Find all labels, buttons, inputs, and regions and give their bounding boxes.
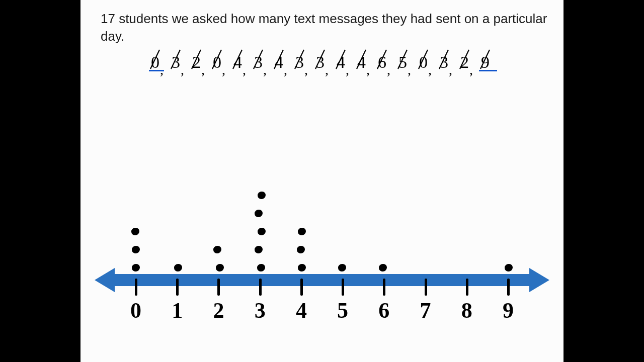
raw-value: 3 xyxy=(254,53,263,72)
axis-tick-label: 8 xyxy=(461,298,472,323)
number-line-axis xyxy=(111,274,533,286)
raw-value: 6 xyxy=(378,53,386,72)
axis-tick-label: 4 xyxy=(296,298,307,323)
data-dot xyxy=(216,264,224,272)
axis-tick-label: 1 xyxy=(172,298,183,323)
separator: , xyxy=(325,62,329,78)
raw-value: 4 xyxy=(337,53,345,72)
axis-tick-label: 3 xyxy=(255,298,266,323)
separator: , xyxy=(469,62,473,78)
svg-line-15 xyxy=(460,50,469,69)
data-dot xyxy=(255,210,263,217)
separator: , xyxy=(284,62,287,78)
data-dot xyxy=(131,228,139,235)
separator: , xyxy=(160,62,164,78)
svg-line-16 xyxy=(480,50,490,69)
data-dot xyxy=(258,192,266,199)
data-dot xyxy=(213,246,221,253)
data-dot xyxy=(132,264,140,272)
separator: , xyxy=(181,62,184,78)
raw-value: 9 xyxy=(481,53,490,72)
axis-tick-label: 9 xyxy=(503,298,514,323)
separator: , xyxy=(243,62,246,78)
svg-line-1 xyxy=(171,50,180,69)
svg-line-5 xyxy=(254,50,263,69)
data-dot xyxy=(298,228,306,235)
separator: , xyxy=(408,62,411,78)
axis-tick xyxy=(342,279,344,296)
svg-line-4 xyxy=(233,50,242,69)
svg-line-7 xyxy=(295,50,304,69)
separator: , xyxy=(366,62,370,78)
axis-tick-label: 0 xyxy=(130,298,141,323)
raw-value: 2 xyxy=(192,53,201,72)
data-dot xyxy=(257,264,265,272)
raw-value: 4 xyxy=(275,53,283,72)
data-dot xyxy=(258,228,266,235)
axis-tick-label: 2 xyxy=(213,298,224,323)
raw-value: 2 xyxy=(460,53,469,72)
svg-line-0 xyxy=(150,50,159,69)
raw-value: 0 xyxy=(419,53,428,72)
separator: , xyxy=(387,62,390,78)
data-dot xyxy=(255,246,263,253)
separator: , xyxy=(449,62,452,78)
separator: , xyxy=(201,62,205,78)
svg-line-9 xyxy=(336,50,345,69)
axis-tick-label: 6 xyxy=(378,298,389,323)
raw-data-list: 0,3,2,0,4,3,4,3,3,4,4,6,5,0,3,2,9 xyxy=(151,53,503,78)
svg-line-13 xyxy=(419,50,428,69)
svg-line-8 xyxy=(315,50,325,69)
axis-tick xyxy=(176,279,179,296)
data-dot xyxy=(132,246,140,253)
question-prompt: 17 students we asked how many text messa… xyxy=(101,10,553,45)
axis-tick xyxy=(383,279,385,296)
axis-tick xyxy=(425,279,427,296)
raw-value: 3 xyxy=(316,53,325,72)
axis-arrow-right-icon xyxy=(529,268,549,292)
data-dot xyxy=(297,246,305,253)
svg-line-2 xyxy=(192,50,201,69)
separator: , xyxy=(263,62,267,78)
svg-line-11 xyxy=(377,50,386,69)
data-dot xyxy=(379,264,387,272)
separator: , xyxy=(346,62,349,78)
axis-tick xyxy=(217,279,220,296)
separator: , xyxy=(428,62,432,78)
data-dot xyxy=(338,264,346,272)
data-dot xyxy=(505,264,513,272)
data-dot xyxy=(298,264,306,272)
raw-value: 3 xyxy=(440,53,448,72)
separator: , xyxy=(222,62,225,78)
raw-value: 0 xyxy=(151,53,159,72)
axis-tick xyxy=(466,279,468,296)
raw-value: 0 xyxy=(213,53,221,72)
svg-line-12 xyxy=(398,50,407,69)
data-dot xyxy=(174,264,182,272)
svg-line-10 xyxy=(357,50,366,69)
svg-line-6 xyxy=(274,50,283,69)
axis-tick xyxy=(259,279,262,296)
raw-value: 5 xyxy=(398,53,407,72)
whiteboard-page: 17 students we asked how many text messa… xyxy=(80,0,564,362)
axis-tick xyxy=(300,279,303,296)
raw-value: 3 xyxy=(172,53,180,72)
svg-line-14 xyxy=(439,50,448,69)
dot-plot: 0123456789 xyxy=(101,171,543,347)
axis-tick-label: 5 xyxy=(337,298,348,323)
axis-tick xyxy=(507,279,510,296)
raw-value: 4 xyxy=(357,53,366,72)
raw-value: 3 xyxy=(295,53,304,72)
svg-line-3 xyxy=(212,50,221,69)
axis-tick xyxy=(135,279,137,296)
axis-tick-label: 7 xyxy=(420,298,431,323)
separator: , xyxy=(304,62,308,78)
raw-value: 4 xyxy=(233,53,242,72)
